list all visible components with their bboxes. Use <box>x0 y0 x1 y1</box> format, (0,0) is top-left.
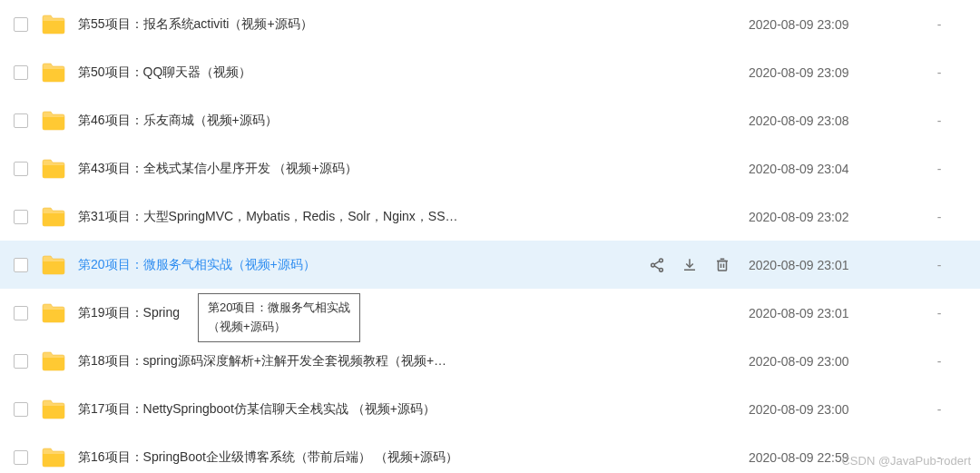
row-checkbox[interactable] <box>14 210 28 224</box>
file-row[interactable]: 第46项目：乐友商城（视频+源码）2020-08-09 23:08- <box>0 96 980 144</box>
file-date: 2020-08-09 23:01 <box>749 258 912 272</box>
watermark: CSDN @JavaPub-rodert <box>841 454 971 468</box>
file-name[interactable]: 第17项目：NettySpringboot仿某信聊天全栈实战 （视频+源码） <box>78 401 459 418</box>
file-name[interactable]: 第43项目：全栈式某信小星序开发 （视频+源码） <box>78 161 459 177</box>
file-row[interactable]: 第18项目：spring源码深度解析+注解开发全套视频教程（视频+源码）2020… <box>0 337 980 385</box>
file-date: 2020-08-09 23:00 <box>749 354 912 369</box>
row-actions <box>649 257 730 273</box>
file-row[interactable]: 第31项目：大型SpringMVC，Mybatis，Redis，Solr，Ngi… <box>0 192 980 241</box>
file-name[interactable]: 第46项目：乐友商城（视频+源码） <box>78 113 459 129</box>
file-row[interactable]: 第50项目：QQ聊天器（视频）2020-08-09 23:09- <box>0 48 980 96</box>
file-name[interactable]: 第18项目：spring源码深度解析+注解开发全套视频教程（视频+源码） <box>78 353 459 370</box>
file-size: - <box>912 306 966 320</box>
file-size: - <box>912 210 966 224</box>
file-size: - <box>912 258 966 272</box>
tooltip: 第20项目：微服务气相实战 （视频+源码） <box>198 293 360 342</box>
folder-icon <box>42 63 65 83</box>
file-date: 2020-08-09 23:01 <box>749 306 912 320</box>
svg-point-42 <box>660 268 663 271</box>
file-date: 2020-08-09 23:09 <box>749 65 912 80</box>
file-row[interactable]: 第20项目：微服务气相实战（视频+源码）2020-08-09 23:01- <box>0 241 980 289</box>
svg-line-44 <box>654 265 660 268</box>
file-row[interactable]: 第55项目：报名系统activiti（视频+源码）2020-08-09 23:0… <box>0 0 980 48</box>
file-date: 2020-08-09 23:09 <box>749 17 912 32</box>
file-name[interactable]: 第16项目：SpringBoot企业级博客系统（带前后端） （视频+源码） <box>78 449 459 466</box>
svg-rect-45 <box>719 261 727 271</box>
folder-icon <box>42 207 65 227</box>
tooltip-line1: 第20项目：微服务气相实战 <box>208 299 350 318</box>
download-icon[interactable] <box>681 257 698 273</box>
file-row[interactable]: 第43项目：全栈式某信小星序开发 （视频+源码）2020-08-09 23:04… <box>0 144 980 192</box>
folder-icon <box>42 15 65 34</box>
svg-point-41 <box>652 263 655 267</box>
file-name[interactable]: 第55项目：报名系统activiti（视频+源码） <box>78 16 459 33</box>
folder-icon <box>42 351 65 371</box>
svg-point-40 <box>660 258 663 261</box>
tooltip-line2: （视频+源码） <box>208 318 350 337</box>
file-name[interactable]: 第31项目：大型SpringMVC，Mybatis，Redis，Solr，Ngi… <box>78 209 459 225</box>
row-checkbox[interactable] <box>14 162 28 176</box>
folder-icon <box>42 303 65 323</box>
row-checkbox[interactable] <box>14 65 28 80</box>
file-size: - <box>912 402 966 417</box>
row-checkbox[interactable] <box>14 113 28 128</box>
file-date: 2020-08-09 23:02 <box>749 210 912 224</box>
file-row[interactable]: 第16项目：SpringBoot企业级博客系统（带前后端） （视频+源码）202… <box>0 433 980 473</box>
file-size: - <box>912 65 966 80</box>
folder-icon <box>42 255 65 275</box>
file-date: 2020-08-09 23:00 <box>749 402 912 417</box>
row-checkbox[interactable] <box>14 17 28 32</box>
row-checkbox[interactable] <box>14 306 28 320</box>
row-checkbox[interactable] <box>14 258 28 272</box>
folder-icon <box>42 159 65 179</box>
share-icon[interactable] <box>649 257 665 273</box>
folder-icon <box>42 399 65 419</box>
file-row[interactable]: 第17项目：NettySpringboot仿某信聊天全栈实战 （视频+源码）20… <box>0 385 980 433</box>
file-list: 第55项目：报名系统activiti（视频+源码）2020-08-09 23:0… <box>0 0 980 473</box>
file-size: - <box>912 113 966 128</box>
row-checkbox[interactable] <box>14 354 28 369</box>
file-date: 2020-08-09 23:04 <box>749 162 912 176</box>
file-size: - <box>912 162 966 176</box>
file-date: 2020-08-09 23:08 <box>749 113 912 128</box>
delete-icon[interactable] <box>714 257 730 273</box>
svg-line-43 <box>654 261 660 263</box>
folder-icon <box>42 111 65 131</box>
row-checkbox[interactable] <box>14 450 28 465</box>
file-row[interactable]: 第19项目：Spring2020-08-09 23:01- <box>0 289 980 337</box>
file-size: - <box>912 354 966 369</box>
file-size: - <box>912 17 966 32</box>
file-name[interactable]: 第20项目：微服务气相实战（视频+源码） <box>78 257 459 273</box>
folder-icon <box>42 448 65 468</box>
file-name[interactable]: 第50项目：QQ聊天器（视频） <box>78 64 459 81</box>
row-checkbox[interactable] <box>14 402 28 417</box>
